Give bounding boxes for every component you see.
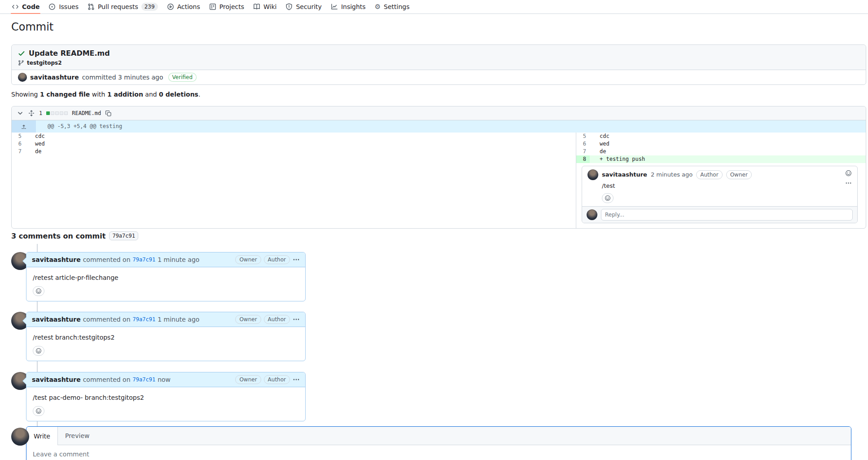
inline-comment-author[interactable]: savitaashture (602, 170, 647, 180)
page-title: Commit (11, 21, 53, 33)
tab-pull-requests[interactable]: Pull requests 239 (83, 0, 162, 13)
kebab-icon[interactable] (293, 256, 300, 263)
kebab-icon[interactable] (293, 376, 300, 383)
commit-comment: savitaashture commented on 79a7c91 1 min… (11, 252, 306, 301)
commit-sha-chip[interactable]: 79a7c91 (109, 231, 138, 240)
tab-projects[interactable]: Projects (205, 0, 249, 13)
commit-comment: savitaashture commented on 79a7c91 now O… (11, 372, 306, 421)
hunk-header-row: @@ -5,3 +5,4 @@ testing (12, 120, 866, 133)
diff-stat-count: 1 (39, 110, 42, 116)
tab-issues[interactable]: Issues (44, 0, 83, 13)
commit-sha-link[interactable]: 79a7c91 (133, 255, 156, 264)
avatar[interactable] (587, 169, 598, 180)
commit-sha-link[interactable]: 79a7c91 (133, 375, 156, 384)
unfold-all-icon[interactable] (28, 110, 35, 117)
chevron-down-icon[interactable] (17, 110, 24, 117)
author-badge: Author (264, 375, 290, 384)
commit-sha-link[interactable]: 79a7c91 (133, 315, 156, 324)
tab-security-label: Security (296, 3, 322, 10)
reply-input[interactable] (601, 209, 853, 221)
comment-author[interactable]: savitaashture (32, 375, 81, 384)
comment-author[interactable]: savitaashture (32, 315, 81, 324)
commit-box-header: Update README.md testgitops2 (12, 45, 866, 70)
settings-icon: ⚙ (375, 4, 381, 10)
avatar[interactable] (11, 428, 29, 446)
composer-tabs: Write Preview (26, 427, 851, 445)
tab-insights-label: Insights (341, 3, 366, 10)
insights-icon (331, 3, 338, 10)
add-reaction-button[interactable] (33, 286, 44, 296)
diff-line[interactable]: 5cdc (576, 133, 866, 140)
tab-projects-label: Projects (219, 3, 244, 10)
tab-insights[interactable]: Insights (326, 0, 370, 13)
tab-issues-label: Issues (59, 3, 79, 10)
tab-settings[interactable]: ⚙ Settings (370, 0, 414, 13)
pull-requests-counter: 239 (141, 3, 158, 11)
kebab-icon[interactable] (845, 180, 852, 186)
author-badge: Author (696, 170, 722, 179)
smiley-icon[interactable] (845, 170, 852, 177)
commit-box-footer: savitaashture committed 3 minutes ago Ve… (12, 70, 866, 84)
tab-preview[interactable]: Preview (58, 427, 97, 445)
diff-line-added[interactable]: 8+ testing push (576, 155, 866, 163)
comments-header-text: 3 comments on commit (11, 232, 105, 240)
commit-branch[interactable]: testgitops2 (27, 60, 62, 66)
repo-nav: Code Issues Pull requests 239 Actions Pr… (0, 0, 868, 14)
owner-badge: Owner (235, 375, 261, 384)
tab-wiki[interactable]: Wiki (249, 0, 281, 13)
commit-title: Update README.md (29, 49, 110, 58)
diff-line[interactable]: 7de (576, 148, 866, 155)
commit-comment: savitaashture commented on 79a7c91 1 min… (11, 312, 306, 361)
comment-author[interactable]: savitaashture (32, 255, 81, 264)
diff-line[interactable]: 5cdc (12, 133, 576, 140)
tab-code[interactable]: Code (7, 0, 44, 13)
inline-comment-thread: savitaashture 2 minutes ago Author Owner… (582, 166, 858, 223)
comment-time: 1 minute ago (158, 255, 199, 264)
comment-textarea[interactable] (33, 451, 845, 460)
tab-actions[interactable]: Actions (162, 0, 205, 13)
tab-actions-label: Actions (177, 3, 200, 10)
tab-code-label: Code (22, 3, 39, 10)
diff-right-column: 5cdc 6wed 7de 8+ testing push savitaasht… (576, 133, 866, 228)
add-reaction-button[interactable] (602, 193, 614, 203)
avatar[interactable] (18, 73, 27, 82)
avatar[interactable] (587, 209, 597, 220)
copy-icon[interactable] (105, 110, 112, 117)
commit-box: Update README.md testgitops2 savitaashtu… (11, 44, 866, 85)
tab-pull-requests-label: Pull requests (98, 3, 138, 10)
diff-split-body: 5cdc 6wed 7de 5cdc 6wed 7de 8+ testing p… (12, 133, 866, 228)
actions-icon (167, 3, 174, 10)
author-badge: Author (264, 255, 290, 264)
inline-comment-time: 2 minutes ago (651, 170, 693, 180)
tab-security[interactable]: Security (281, 0, 326, 13)
add-reaction-button[interactable] (33, 346, 44, 356)
comment-composer: Write Preview (11, 426, 851, 460)
owner-badge: Owner (235, 315, 261, 324)
comment-header: savitaashture commented on 79a7c91 now O… (26, 372, 305, 387)
code-icon (12, 3, 19, 10)
add-reaction-button[interactable] (33, 406, 44, 416)
inline-reply-row (582, 206, 857, 223)
security-icon (285, 3, 293, 10)
expand-up-icon[interactable] (12, 120, 36, 133)
issue-icon (48, 3, 56, 10)
diff-line[interactable]: 7de (12, 148, 576, 155)
diff-stat-squares (46, 111, 68, 115)
comment-body: /retest branch:testgitops2 (26, 327, 305, 342)
kebab-icon[interactable] (293, 316, 300, 323)
owner-badge: Owner (235, 255, 261, 264)
diff-file-box: 1 README.md @@ -5,3 +5,4 @@ testing 5cdc… (11, 106, 866, 229)
tab-write[interactable]: Write (26, 427, 58, 445)
diff-summary: Showing 1 changed file with 1 addition a… (11, 90, 200, 99)
verified-badge[interactable]: Verified (168, 73, 197, 82)
check-icon (18, 50, 25, 57)
diff-line[interactable]: 6wed (576, 140, 866, 148)
diff-file-name[interactable]: README.md (72, 110, 101, 116)
comment-header: savitaashture commented on 79a7c91 1 min… (26, 252, 305, 267)
commit-action-text: committed 3 minutes ago (82, 72, 163, 82)
commit-author[interactable]: savitaashture (30, 72, 79, 82)
inline-comment-body: /test (602, 182, 852, 190)
owner-badge: Owner (726, 170, 752, 179)
diff-line[interactable]: 6wed (12, 140, 576, 148)
comment-body: /retest article-pr-filechange (26, 267, 305, 282)
